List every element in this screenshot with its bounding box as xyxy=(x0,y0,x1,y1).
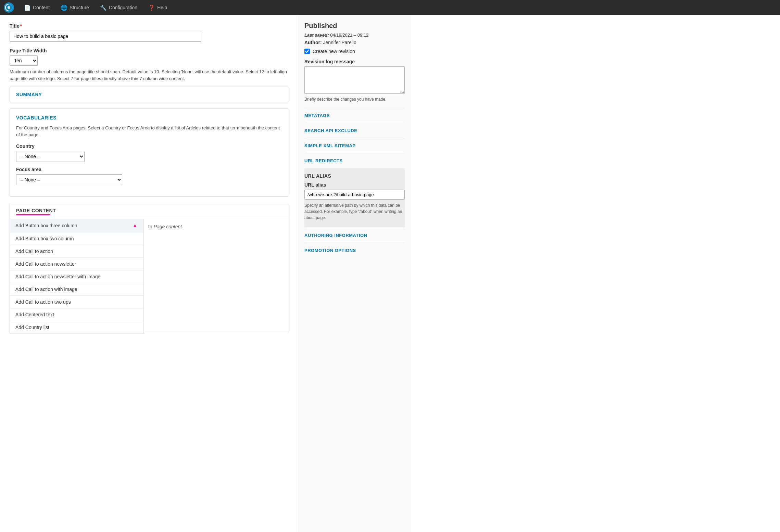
sidebar-divider xyxy=(304,123,405,123)
page-content-title: PAGE CONTENT xyxy=(16,208,56,213)
page-title-width-helper: Maximum number of columns the page title… xyxy=(10,68,288,82)
list-item[interactable]: Add Call to action with image xyxy=(10,283,143,296)
sidebar-link-promotion-options[interactable]: PROMOTION OPTIONS xyxy=(304,244,405,257)
create-revision-label: Create new revision xyxy=(313,49,355,54)
list-item[interactable]: Add Call to action two ups xyxy=(10,296,143,308)
nav-help[interactable]: ❓ Help xyxy=(143,2,172,14)
url-alias-title: URL ALIAS xyxy=(304,173,405,179)
sidebar-divider xyxy=(304,153,405,153)
structure-icon: 🌐 xyxy=(61,4,67,11)
nav-content[interactable]: 📄 Content xyxy=(19,2,54,14)
up-arrow-icon: ▲ xyxy=(132,223,138,229)
revision-helper: Briefly describe the changes you have ma… xyxy=(304,97,405,102)
sidebar-link-search-api-exclude[interactable]: SEARCH API EXCLUDE xyxy=(304,124,405,137)
page-title-width-section: Page Title Width Ten None Seven Twelve M… xyxy=(10,48,288,82)
page-content-underline xyxy=(16,214,50,215)
sidebar-divider xyxy=(304,138,405,138)
page-content-header: PAGE CONTENT xyxy=(10,203,288,219)
vocabularies-description: For Country and Focus Area pages. Select… xyxy=(16,125,282,138)
url-alias-section: URL ALIAS URL alias Specify an alternati… xyxy=(304,169,405,227)
nav-configuration[interactable]: 🔧 Configuration xyxy=(95,2,142,14)
country-label: Country xyxy=(16,143,282,149)
sidebar-link-simple-xml-sitemap[interactable]: SIMPLE XML SITEMAP xyxy=(304,139,405,152)
sidebar-link-authoring-information[interactable]: AUTHORING INFORMATION xyxy=(304,229,405,242)
country-field: Country – None – xyxy=(16,143,282,162)
main-container: Title* Page Title Width Ten None Seven T… xyxy=(0,15,780,532)
configuration-icon: 🔧 xyxy=(100,4,107,11)
focus-area-field: Focus area – None – xyxy=(16,167,282,185)
published-section: Published Last saved: 04/19/2021 – 09:12… xyxy=(304,22,405,102)
to-page-content-label: to Page content xyxy=(143,219,187,334)
top-navigation: 📄 Content 🌐 Structure 🔧 Configuration ❓ … xyxy=(0,0,780,15)
page-title-width-label: Page Title Width xyxy=(10,48,288,53)
sidebar-divider xyxy=(304,228,405,228)
list-item[interactable]: Add Call to action xyxy=(10,245,143,258)
vocabularies-section: VOCABULARIES For Country and Focus Area … xyxy=(10,109,288,197)
url-alias-input[interactable] xyxy=(304,190,405,200)
revision-log-label: Revision log message xyxy=(304,59,405,64)
vocabularies-title: VOCABULARIES xyxy=(16,115,282,121)
create-revision-checkbox[interactable] xyxy=(304,49,310,54)
list-item[interactable]: Add Call to action newsletter xyxy=(10,258,143,270)
last-saved: Last saved: 04/19/2021 – 09:12 xyxy=(304,33,405,38)
site-logo[interactable] xyxy=(3,1,15,14)
required-indicator: * xyxy=(20,23,22,29)
summary-label: SUMMARY xyxy=(16,92,42,97)
sidebar: Published Last saved: 04/19/2021 – 09:12… xyxy=(298,15,411,532)
title-label: Title* xyxy=(10,23,288,29)
nav-structure[interactable]: 🌐 Structure xyxy=(56,2,94,14)
list-item[interactable]: Add Button box three column ▲ xyxy=(10,219,143,232)
focus-area-label: Focus area xyxy=(16,167,282,172)
author: Author: Jennifer Parello xyxy=(304,40,405,45)
url-alias-helper: Specify an alternative path by which thi… xyxy=(304,202,405,221)
page-content-section: PAGE CONTENT Add Button box three column… xyxy=(10,203,288,334)
list-item[interactable]: Add Button box two column xyxy=(10,232,143,245)
create-revision-row: Create new revision xyxy=(304,49,405,54)
summary-section: SUMMARY xyxy=(10,87,288,102)
focus-area-select[interactable]: – None – xyxy=(16,174,122,185)
list-item[interactable]: Add Centered text xyxy=(10,308,143,321)
list-item[interactable]: Add Call to action newsletter with image xyxy=(10,270,143,283)
title-section: Title* xyxy=(10,23,288,42)
page-content-body: Add Button box three column ▲ Add Button… xyxy=(10,219,288,334)
sidebar-divider xyxy=(304,108,405,108)
published-title: Published xyxy=(304,22,405,30)
sidebar-link-url-redirects[interactable]: URL REDIRECTS xyxy=(304,154,405,167)
content-area: Title* Page Title Width Ten None Seven T… xyxy=(0,15,298,532)
sidebar-link-metatags[interactable]: METATAGS xyxy=(304,109,405,122)
url-alias-sublabel: URL alias xyxy=(304,182,405,188)
content-icon: 📄 xyxy=(24,4,31,11)
list-item[interactable]: Add Country list xyxy=(10,321,143,334)
page-title-width-select[interactable]: Ten None Seven Twelve xyxy=(10,55,38,66)
summary-header[interactable]: SUMMARY xyxy=(10,87,288,102)
title-input[interactable] xyxy=(10,31,201,42)
dropdown-list: Add Button box three column ▲ Add Button… xyxy=(10,219,143,334)
sidebar-divider xyxy=(304,168,405,168)
country-select[interactable]: – None – xyxy=(16,151,85,162)
revision-textarea[interactable] xyxy=(304,66,405,94)
svg-point-1 xyxy=(8,6,10,9)
help-icon: ❓ xyxy=(148,4,155,11)
sidebar-divider xyxy=(304,243,405,243)
